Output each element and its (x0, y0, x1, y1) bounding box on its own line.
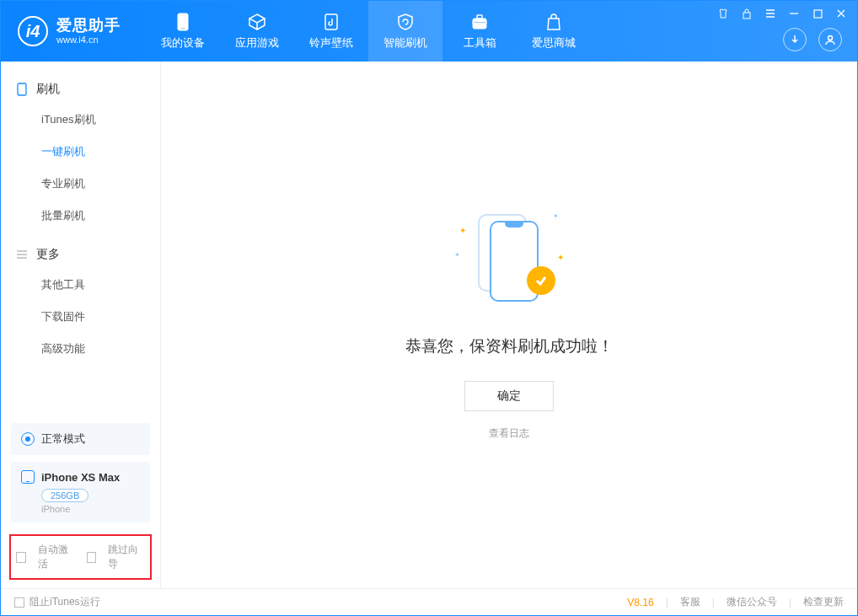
sidebar-item-onekey-flash[interactable]: 一键刷机 (1, 136, 160, 168)
toolbox-icon (469, 12, 490, 32)
minimize-icon[interactable] (788, 8, 800, 19)
nav-label: 爱思商城 (532, 35, 576, 51)
sparkle-icon: ✦ (454, 251, 460, 259)
svg-rect-6 (743, 13, 750, 19)
close-icon[interactable] (835, 8, 847, 19)
ok-button[interactable]: 确定 (464, 381, 554, 411)
sparkle-icon: ✦ (553, 212, 559, 220)
device-icon (173, 12, 193, 32)
sidebar-item-itunes-flash[interactable]: iTunes刷机 (1, 104, 160, 136)
sparkle-icon: ✦ (459, 226, 466, 235)
nav-label: 应用游戏 (235, 35, 279, 51)
block-itunes-label: 阻止iTunes运行 (29, 595, 100, 609)
highlighted-checkbox-row: 自动激活 跳过向导 (9, 534, 152, 580)
nav-store[interactable]: 爱思商城 (517, 1, 591, 62)
nav-label: 智能刷机 (383, 35, 427, 51)
mode-label: 正常模式 (41, 431, 85, 447)
sidebar-section-more: 更多 (1, 240, 160, 269)
cb-label-skip: 跳过向导 (108, 543, 145, 571)
cube-icon (247, 12, 267, 32)
phone-outline-icon (21, 470, 35, 484)
nav-label: 铃声壁纸 (309, 35, 353, 51)
svg-rect-2 (325, 14, 337, 29)
svg-rect-5 (473, 22, 486, 24)
download-button[interactable] (783, 28, 807, 51)
bag-icon (544, 12, 564, 32)
footer: 阻止iTunes运行 V8.16 | 客服 | 微信公众号 | 检查更新 (1, 588, 857, 615)
sidebar-item-batch-flash[interactable]: 批量刷机 (1, 200, 160, 232)
nav-toolbox[interactable]: 工具箱 (442, 1, 517, 62)
sparkle-icon: ✦ (557, 253, 564, 262)
device-name: iPhone XS Max (41, 471, 120, 484)
nav-label: 我的设备 (161, 35, 205, 51)
checkbox-skip-guide[interactable] (87, 552, 97, 563)
nav-label: 工具箱 (464, 35, 496, 51)
view-log-link[interactable]: 查看日志 (489, 426, 529, 441)
user-button[interactable] (818, 28, 842, 51)
app-url: www.i4.cn (56, 35, 121, 45)
svg-rect-1 (180, 28, 185, 29)
device-type: iPhone (41, 504, 140, 514)
shirt-icon[interactable] (717, 8, 729, 19)
svg-rect-4 (477, 15, 482, 19)
check-badge-icon (527, 266, 555, 295)
music-file-icon (321, 12, 341, 32)
app-window: i4 爱思助手 www.i4.cn 我的设备 应用游戏 铃声壁纸 智能刷机 (0, 0, 858, 616)
footer-link-wechat[interactable]: 微信公众号 (727, 595, 777, 609)
phone-small-icon (16, 83, 28, 95)
logo-block[interactable]: i4 爱思助手 www.i4.cn (1, 16, 137, 46)
nav-ringtone[interactable]: 铃声壁纸 (294, 1, 368, 62)
success-message: 恭喜您，保资料刷机成功啦！ (405, 335, 614, 357)
checkbox-block-itunes[interactable] (14, 597, 24, 608)
section-title: 刷机 (36, 82, 60, 97)
success-illustration: ✦ ✦ ✦ ✦ (454, 209, 564, 310)
lock-icon[interactable] (741, 8, 753, 19)
mode-dot-icon (21, 432, 35, 446)
svg-rect-9 (18, 83, 26, 95)
list-icon (16, 249, 28, 260)
main-content: ✦ ✦ ✦ ✦ 恭喜您，保资料刷机成功啦！ 确定 查看日志 (161, 62, 857, 588)
svg-rect-7 (814, 10, 822, 18)
footer-link-kefu[interactable]: 客服 (680, 595, 700, 609)
shield-refresh-icon (395, 12, 416, 32)
nav-my-device[interactable]: 我的设备 (146, 1, 220, 62)
storage-badge: 256GB (41, 489, 88, 502)
device-box[interactable]: iPhone XS Max 256GB iPhone (11, 462, 150, 522)
mode-box[interactable]: 正常模式 (11, 423, 150, 455)
footer-link-update[interactable]: 检查更新 (803, 595, 844, 609)
menu-icon[interactable] (764, 8, 776, 19)
sidebar-item-other-tools[interactable]: 其他工具 (1, 269, 160, 301)
maximize-icon[interactable] (812, 8, 823, 19)
app-name: 爱思助手 (56, 18, 121, 35)
sidebar-item-pro-flash[interactable]: 专业刷机 (1, 168, 160, 200)
checkbox-auto-activate[interactable] (16, 552, 26, 563)
sidebar-item-firmware[interactable]: 下载固件 (1, 301, 160, 333)
svg-point-8 (829, 36, 833, 40)
nav-flash[interactable]: 智能刷机 (368, 1, 442, 62)
titlebar: i4 爱思助手 www.i4.cn 我的设备 应用游戏 铃声壁纸 智能刷机 (1, 1, 857, 62)
logo-icon: i4 (18, 16, 48, 46)
sidebar: 刷机 iTunes刷机 一键刷机 专业刷机 批量刷机 更多 其他工具 下载固件 … (1, 62, 161, 588)
sidebar-item-advanced[interactable]: 高级功能 (1, 333, 160, 365)
nav-app-game[interactable]: 应用游戏 (220, 1, 294, 62)
version-label: V8.16 (627, 597, 653, 608)
top-nav: 我的设备 应用游戏 铃声壁纸 智能刷机 工具箱 爱思商城 (146, 1, 591, 62)
sidebar-section-flash: 刷机 (1, 75, 160, 104)
cb-label-auto: 自动激活 (38, 543, 75, 571)
section-title: 更多 (36, 247, 60, 262)
